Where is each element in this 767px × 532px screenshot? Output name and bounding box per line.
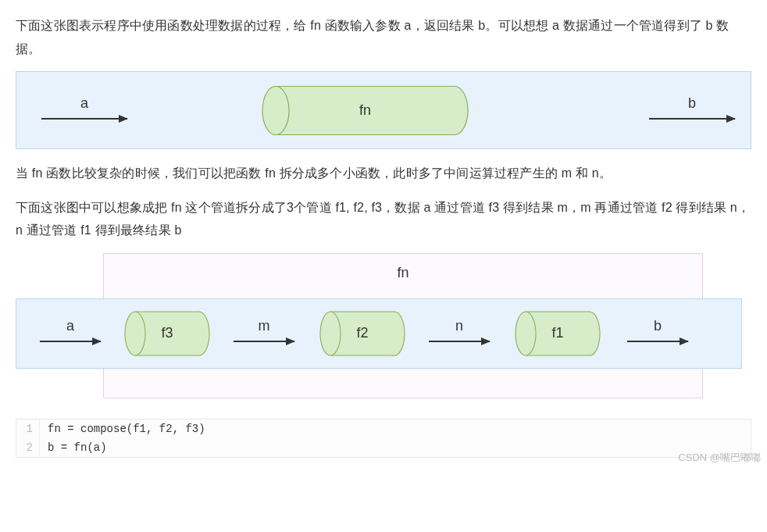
svg-point-4 bbox=[262, 87, 289, 135]
svg-point-19 bbox=[515, 312, 536, 355]
code-line: 1 fn = compose(f1, f2, f3) bbox=[16, 420, 751, 438]
arrow-m: m bbox=[234, 313, 294, 342]
code-line: 2 b = fn(a) bbox=[16, 438, 751, 457]
pipe-f2-label: f2 bbox=[356, 320, 368, 346]
label-n: n bbox=[455, 313, 463, 339]
diagram-compose-pipes: fn a f3 m bbox=[16, 253, 751, 402]
diagram-single-pipe: a fn b bbox=[16, 71, 751, 149]
arrow-input-a: a bbox=[41, 91, 127, 120]
pipe-bar: a f3 m f2 bbox=[16, 298, 742, 369]
label-a: a bbox=[80, 91, 88, 116]
pipe-f3: f3 bbox=[124, 310, 210, 357]
pipe-f1-label: f1 bbox=[551, 320, 563, 346]
arrow-b: b bbox=[627, 313, 688, 342]
pipe-fn-label: fn bbox=[359, 98, 371, 123]
paragraph-intro: 下面这张图表示程序中使用函数处理数据的过程，给 fn 函数输入参数 a，返回结果… bbox=[16, 14, 751, 60]
svg-point-14 bbox=[320, 312, 341, 355]
arrow-output-b: b bbox=[649, 91, 735, 120]
paragraph-compose: 下面这张图中可以想象成把 fn 这个管道拆分成了3个管道 f1, f2, f3，… bbox=[16, 196, 751, 242]
svg-point-9 bbox=[125, 312, 145, 355]
label-b: b bbox=[688, 91, 696, 116]
code-text: fn = compose(f1, f2, f3) bbox=[40, 420, 205, 438]
fn-container-label: fn bbox=[104, 254, 702, 286]
line-number: 1 bbox=[16, 420, 40, 438]
pipe-f2: f2 bbox=[319, 310, 405, 357]
arrow-n: n bbox=[429, 313, 490, 342]
pipe-f3-label: f3 bbox=[161, 320, 173, 346]
label-b2: b bbox=[654, 313, 662, 339]
line-number: 2 bbox=[16, 438, 40, 457]
label-a2: a bbox=[66, 313, 74, 339]
pipe-fn: fn bbox=[262, 85, 469, 136]
pipe-f1: f1 bbox=[515, 310, 601, 357]
code-block: 1 fn = compose(f1, f2, f3) 2 b = fn(a) bbox=[16, 419, 751, 458]
code-text: b = fn(a) bbox=[40, 438, 107, 457]
paragraph-split: 当 fn 函数比较复杂的时候，我们可以把函数 fn 拆分成多个小函数，此时多了中… bbox=[16, 162, 751, 185]
arrow-a: a bbox=[40, 313, 101, 342]
label-m: m bbox=[259, 313, 270, 339]
